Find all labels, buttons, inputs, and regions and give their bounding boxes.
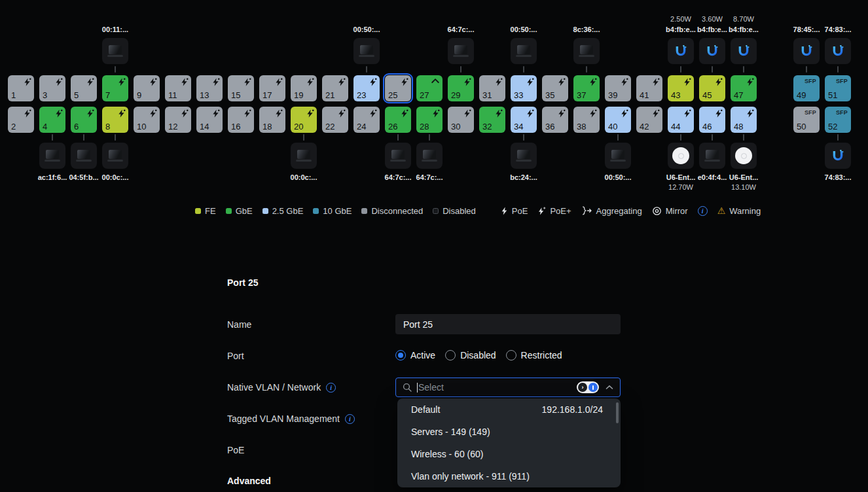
port-21[interactable]: 21	[322, 75, 348, 101]
port-34[interactable]: 34	[511, 107, 537, 133]
radio-active[interactable]: Active	[395, 350, 435, 360]
device-tile-port-6[interactable]	[71, 143, 97, 169]
port-19[interactable]: 19	[291, 75, 317, 101]
port-30[interactable]: 30	[448, 107, 474, 133]
port-42[interactable]: 42	[636, 107, 662, 133]
device-tile-port-52[interactable]	[825, 143, 851, 169]
port-24[interactable]: 24	[353, 107, 380, 133]
device-tile-port-49[interactable]	[793, 38, 820, 64]
port-3[interactable]: 3	[39, 75, 65, 101]
port-7[interactable]: 7	[102, 75, 128, 101]
port-6[interactable]: 6	[71, 107, 97, 133]
device-tile-port-37[interactable]	[573, 38, 600, 64]
port-10[interactable]: 10	[134, 107, 160, 133]
radio-disabled[interactable]: Disabled	[445, 350, 496, 360]
port-31[interactable]: 31	[479, 75, 505, 101]
port-8[interactable]: 8	[102, 107, 128, 133]
device-tile-port-51[interactable]	[825, 38, 851, 64]
poe-bolt-icon	[211, 78, 220, 86]
device-tile-port-44[interactable]	[668, 143, 694, 169]
device-tile-port-7[interactable]	[102, 38, 128, 64]
port-51[interactable]: SFP51	[825, 75, 851, 101]
port-9[interactable]: 9	[134, 75, 160, 101]
port-36[interactable]: 36	[542, 107, 568, 133]
device-tile-port-48[interactable]	[731, 143, 757, 169]
laptop-client-icon	[453, 45, 469, 58]
radio-restricted[interactable]: Restricted	[506, 350, 562, 360]
port-25[interactable]: 25	[385, 75, 411, 101]
port-35[interactable]: 35	[542, 75, 568, 101]
poe-bolt-icon	[337, 109, 346, 118]
tagged-vlan-info-icon[interactable]: i	[345, 414, 355, 424]
native-vlan-info-icon[interactable]: i	[326, 383, 336, 393]
port-5[interactable]: 5	[71, 75, 97, 101]
port-33[interactable]: 33	[511, 75, 537, 101]
port-47[interactable]: 47	[731, 75, 757, 101]
device-tile-port-20[interactable]	[291, 143, 317, 169]
legend-item-info[interactable]: i	[698, 206, 708, 216]
port-40[interactable]: 40	[605, 107, 631, 133]
mirror-info-icon[interactable]: i	[698, 206, 708, 216]
port-39[interactable]: 39	[605, 75, 631, 101]
radio-disabled-circle[interactable]	[445, 350, 456, 360]
port-2[interactable]: 2	[8, 107, 34, 133]
port-43[interactable]: 43	[668, 75, 694, 101]
port-name-input[interactable]	[395, 314, 621, 334]
device-tile-port-23[interactable]	[353, 38, 380, 64]
port-38[interactable]: 38	[573, 107, 600, 133]
device-connector-line	[303, 134, 304, 141]
port-48[interactable]: 48	[731, 107, 757, 133]
port-27[interactable]: 27	[416, 75, 443, 101]
port-41[interactable]: 41	[636, 75, 662, 101]
port-23[interactable]: 23	[353, 75, 380, 101]
port-12[interactable]: 12	[165, 107, 191, 133]
port-52[interactable]: SFP52	[825, 107, 851, 133]
port-20[interactable]: 20	[291, 107, 317, 133]
port-37[interactable]: 37	[573, 75, 600, 101]
port-number: 7	[105, 91, 110, 99]
port-15[interactable]: 15	[228, 75, 254, 101]
device-tile-port-34[interactable]	[511, 143, 537, 169]
port-46[interactable]: 46	[699, 107, 725, 133]
device-tile-port-33[interactable]	[511, 38, 537, 64]
port-28[interactable]: 28	[416, 107, 443, 133]
device-tile-port-40[interactable]	[605, 143, 631, 169]
port-50[interactable]: SFP50	[793, 107, 820, 133]
device-tile-port-4[interactable]	[39, 143, 65, 169]
device-tile-port-45[interactable]	[699, 38, 725, 64]
port-16[interactable]: 16	[228, 107, 254, 133]
vlan-option-default[interactable]: Default192.168.1.0/24	[397, 398, 621, 421]
device-tile-port-29[interactable]	[448, 38, 474, 64]
device-tile-port-28[interactable]	[416, 143, 443, 169]
password-manager-badge-icon[interactable]: ›	[577, 381, 599, 393]
port-26[interactable]: 26	[385, 107, 411, 133]
vlan-option-wireless-60-60-[interactable]: Wireless - 60 (60)	[397, 443, 621, 465]
port-44[interactable]: 44	[668, 107, 694, 133]
device-label-port-40: 00:50:...	[605, 174, 632, 181]
device-tile-port-8[interactable]	[102, 143, 128, 169]
radio-restricted-circle[interactable]	[506, 350, 516, 360]
native-vlan-select[interactable]: Select ›	[395, 378, 621, 397]
vlan-option-vlan-only-network-911-911-[interactable]: Vlan only network - 911 (911)	[397, 465, 621, 487]
port-17[interactable]: 17	[259, 75, 285, 101]
vlan-option-servers-149-149-[interactable]: Servers - 149 (149)	[397, 421, 621, 443]
vlan-option-subnet: 192.168.1.0/24	[542, 404, 603, 415]
radio-active-circle[interactable]	[395, 350, 406, 360]
dropdown-scrollbar[interactable]	[616, 402, 619, 423]
port-29[interactable]: 29	[448, 75, 474, 101]
port-49[interactable]: SFP49	[793, 75, 820, 101]
port-45[interactable]: 45	[699, 75, 725, 101]
port-1[interactable]: 1	[8, 75, 34, 101]
port-14[interactable]: 14	[196, 107, 223, 133]
chevron-up-icon[interactable]	[606, 385, 613, 390]
port-18[interactable]: 18	[259, 107, 285, 133]
port-22[interactable]: 22	[322, 107, 348, 133]
port-4[interactable]: 4	[39, 107, 65, 133]
port-32[interactable]: 32	[479, 107, 505, 133]
device-tile-port-26[interactable]	[385, 143, 411, 169]
device-tile-port-43[interactable]	[668, 38, 694, 64]
port-13[interactable]: 13	[196, 75, 223, 101]
device-tile-port-47[interactable]	[731, 38, 757, 64]
device-tile-port-46[interactable]	[699, 143, 725, 169]
port-11[interactable]: 11	[165, 75, 191, 101]
